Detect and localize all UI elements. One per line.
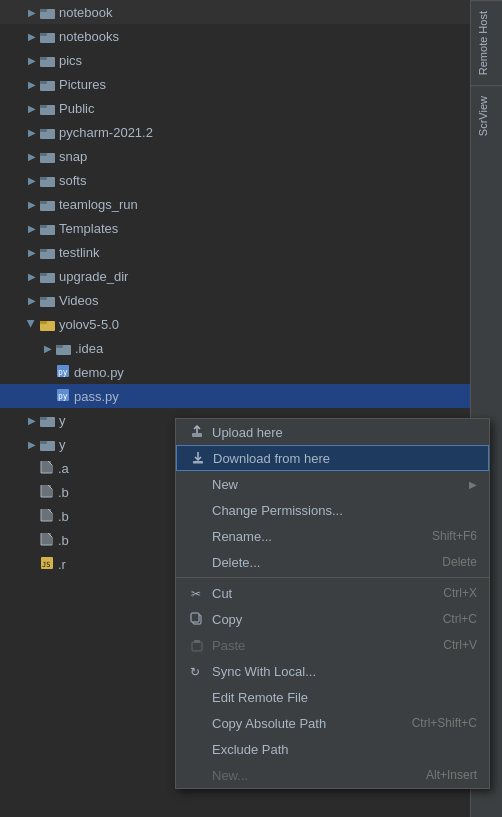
remote-host-tab[interactable]: Remote Host	[471, 0, 502, 85]
folder-icon	[40, 198, 55, 211]
tree-item-label: testlink	[59, 245, 99, 260]
menu-item-upload-here[interactable]: Upload here	[176, 419, 489, 445]
svg-rect-7	[40, 81, 47, 84]
folder-icon	[40, 174, 55, 187]
menu-item-download-from-here[interactable]: Download from here	[176, 445, 489, 471]
svg-rect-9	[40, 105, 47, 108]
tree-item-label: y	[59, 413, 66, 428]
tree-item-label: pics	[59, 53, 82, 68]
menu-item-label: Upload here	[212, 425, 477, 440]
menu-item-copy[interactable]: CopyCtrl+C	[176, 606, 489, 632]
svg-rect-48	[191, 613, 199, 622]
menu-item-exclude-path[interactable]: Exclude Path	[176, 736, 489, 762]
expand-arrow	[24, 460, 40, 476]
tree-item-label: yolov5-5.0	[59, 317, 119, 332]
svg-rect-49	[192, 642, 202, 651]
menu-item-label: New...	[212, 768, 406, 783]
tree-item-yolov5-5.0[interactable]: ▶ yolov5-5.0	[0, 312, 470, 336]
tree-item-testlink[interactable]: ▶ testlink	[0, 240, 470, 264]
folder-icon	[40, 54, 55, 67]
svg-rect-45	[193, 461, 203, 464]
expand-arrow: ▶	[24, 292, 40, 308]
expand-arrow: ▶	[24, 124, 40, 140]
svg-rect-11	[40, 129, 47, 132]
tree-item-pass.py[interactable]: pypass.py	[0, 384, 470, 408]
svg-rect-50	[194, 640, 200, 643]
folder-icon	[56, 342, 71, 355]
menu-item-paste: PasteCtrl+V	[176, 632, 489, 658]
tree-item-label: .b	[58, 509, 69, 524]
folder-icon	[40, 78, 55, 91]
folder-icon	[40, 6, 55, 19]
scr-view-tab[interactable]: ScrView	[471, 85, 502, 146]
menu-shortcut: Ctrl+C	[443, 612, 477, 626]
no-icon	[188, 766, 206, 784]
tree-item-label: pass.py	[74, 389, 119, 404]
upload-icon	[188, 423, 206, 441]
menu-item-sync-with-local[interactable]: ↻Sync With Local...	[176, 658, 489, 684]
tree-item-Videos[interactable]: ▶ Videos	[0, 288, 470, 312]
menu-item-label: Edit Remote File	[212, 690, 477, 705]
tree-item-teamlogs_run[interactable]: ▶ teamlogs_run	[0, 192, 470, 216]
no-icon	[188, 740, 206, 758]
svg-rect-15	[40, 177, 47, 180]
menu-item-edit-remote-file[interactable]: Edit Remote File	[176, 684, 489, 710]
tree-item-label: softs	[59, 173, 86, 188]
menu-item-change-permissions[interactable]: Change Permissions...	[176, 497, 489, 523]
tree-item-label: .idea	[75, 341, 103, 356]
menu-shortcut: Ctrl+X	[443, 586, 477, 600]
tree-item-label: demo.py	[74, 365, 124, 380]
folder-icon	[40, 102, 55, 115]
menu-item-label: Delete...	[212, 555, 422, 570]
menu-shortcut: Ctrl+V	[443, 638, 477, 652]
menu-item-rename[interactable]: Rename...Shift+F6	[176, 523, 489, 549]
tree-item-upgrade_dir[interactable]: ▶ upgrade_dir	[0, 264, 470, 288]
menu-item-cut[interactable]: ✂CutCtrl+X	[176, 580, 489, 606]
paste-icon	[188, 636, 206, 654]
expand-arrow: ▶	[24, 52, 40, 68]
tree-item-label: teamlogs_run	[59, 197, 138, 212]
svg-text:✂: ✂	[191, 587, 201, 600]
context-menu: Upload hereDownload from hereNew▶Change …	[175, 418, 490, 789]
generic-file-icon	[40, 532, 54, 549]
tree-item-Public[interactable]: ▶ Public	[0, 96, 470, 120]
expand-arrow: ▶	[24, 100, 40, 116]
menu-item-label: Download from here	[213, 451, 476, 466]
expand-arrow: ▶	[24, 316, 40, 332]
menu-item-label: Paste	[212, 638, 423, 653]
expand-arrow	[24, 532, 40, 548]
tree-item-Pictures[interactable]: ▶ Pictures	[0, 72, 470, 96]
tree-item-label: pycharm-2021.2	[59, 125, 153, 140]
sync-icon: ↻	[188, 662, 206, 680]
expand-arrow	[40, 388, 56, 404]
tree-item-demo.py[interactable]: pydemo.py	[0, 360, 470, 384]
expand-arrow	[24, 484, 40, 500]
no-icon	[188, 475, 206, 493]
menu-item-label: Sync With Local...	[212, 664, 477, 679]
menu-shortcut: Delete	[442, 555, 477, 569]
tree-item-notebooks[interactable]: ▶ notebooks	[0, 24, 470, 48]
svg-text:py: py	[58, 368, 68, 377]
menu-shortcut: Shift+F6	[432, 529, 477, 543]
menu-item-label: New	[212, 477, 469, 492]
download-icon	[189, 449, 207, 467]
tree-item-pics[interactable]: ▶ pics	[0, 48, 470, 72]
js-file-icon: JS	[40, 556, 54, 573]
folder-icon	[40, 150, 55, 163]
menu-item-label: Copy Absolute Path	[212, 716, 392, 731]
menu-item-delete[interactable]: Delete...Delete	[176, 549, 489, 575]
expand-arrow: ▶	[24, 412, 40, 428]
tree-item-softs[interactable]: ▶ softs	[0, 168, 470, 192]
tree-item-Templates[interactable]: ▶ Templates	[0, 216, 470, 240]
tree-item-.idea[interactable]: ▶ .idea	[0, 336, 470, 360]
tree-item-label: .b	[58, 485, 69, 500]
tree-item-snap[interactable]: ▶ snap	[0, 144, 470, 168]
menu-item-label: Cut	[212, 586, 423, 601]
menu-item-new[interactable]: New▶	[176, 471, 489, 497]
python-file-icon: py	[56, 388, 70, 405]
menu-item-copy-absolute-path[interactable]: Copy Absolute PathCtrl+Shift+C	[176, 710, 489, 736]
tree-item-pycharm-2021.2[interactable]: ▶ pycharm-2021.2	[0, 120, 470, 144]
submenu-arrow-icon: ▶	[469, 479, 477, 490]
tree-item-notebook[interactable]: ▶ notebook	[0, 0, 470, 24]
tree-item-label: .a	[58, 461, 69, 476]
